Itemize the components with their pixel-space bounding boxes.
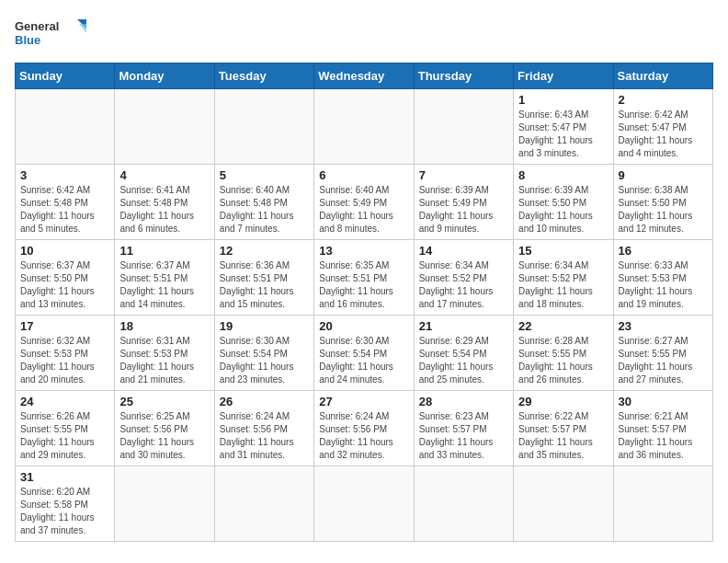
calendar-cell: 30Sunrise: 6:21 AM Sunset: 5:57 PM Dayli… [613,391,712,466]
day-header-tuesday: Tuesday [214,63,313,89]
day-number: 26 [220,395,309,408]
calendar-cell: 13Sunrise: 6:35 AM Sunset: 5:51 PM Dayli… [314,240,414,316]
day-number: 29 [518,395,608,408]
day-info: Sunrise: 6:38 AM Sunset: 5:50 PM Dayligh… [619,184,708,236]
calendar-cell: 1Sunrise: 6:43 AM Sunset: 5:47 PM Daylig… [514,89,613,165]
day-info: Sunrise: 6:28 AM Sunset: 5:55 PM Dayligh… [518,335,608,386]
day-number: 14 [419,244,508,258]
calendar-week-1: 1Sunrise: 6:43 AM Sunset: 5:47 PM Daylig… [16,89,713,165]
calendar-cell [16,89,115,165]
day-number: 24 [20,395,109,408]
day-info: Sunrise: 6:33 AM Sunset: 5:53 PM Dayligh… [619,259,708,311]
day-number: 2 [619,93,708,107]
calendar-cell: 19Sunrise: 6:30 AM Sunset: 5:54 PM Dayli… [214,316,313,391]
calendar-week-5: 24Sunrise: 6:26 AM Sunset: 5:55 PM Dayli… [16,391,713,466]
day-info: Sunrise: 6:22 AM Sunset: 5:57 PM Dayligh… [518,410,608,462]
page-container: General Blue SundayMondayTuesdayWednesda… [15,15,713,542]
calendar-cell: 7Sunrise: 6:39 AM Sunset: 5:49 PM Daylig… [414,165,513,240]
day-header-sunday: Sunday [16,63,115,89]
calendar-cell: 11Sunrise: 6:37 AM Sunset: 5:51 PM Dayli… [115,240,214,316]
day-info: Sunrise: 6:40 AM Sunset: 5:49 PM Dayligh… [319,184,408,236]
day-header-thursday: Thursday [414,63,513,89]
day-number: 28 [419,395,508,408]
calendar-cell: 4Sunrise: 6:41 AM Sunset: 5:48 PM Daylig… [115,165,214,240]
day-number: 12 [220,244,309,258]
logo: General Blue [15,15,88,52]
day-info: Sunrise: 6:25 AM Sunset: 5:56 PM Dayligh… [119,410,209,462]
svg-marker-3 [79,24,86,33]
day-number: 16 [619,244,708,258]
day-number: 11 [119,244,209,258]
day-number: 25 [119,395,209,408]
day-header-saturday: Saturday [613,63,712,89]
calendar-cell: 20Sunrise: 6:30 AM Sunset: 5:54 PM Dayli… [314,316,414,391]
calendar-cell: 22Sunrise: 6:28 AM Sunset: 5:55 PM Dayli… [514,316,613,391]
calendar-cell: 15Sunrise: 6:34 AM Sunset: 5:52 PM Dayli… [514,240,613,316]
calendar-cell: 14Sunrise: 6:34 AM Sunset: 5:52 PM Dayli… [414,240,513,316]
day-header-monday: Monday [115,63,214,89]
calendar-cell [514,466,613,542]
calendar-cell [214,466,313,542]
day-info: Sunrise: 6:42 AM Sunset: 5:48 PM Dayligh… [20,184,109,236]
calendar-cell: 5Sunrise: 6:40 AM Sunset: 5:48 PM Daylig… [214,165,313,240]
day-number: 22 [518,319,608,333]
calendar-cell [414,89,513,165]
day-info: Sunrise: 6:30 AM Sunset: 5:54 PM Dayligh… [220,335,309,386]
day-info: Sunrise: 6:40 AM Sunset: 5:48 PM Dayligh… [220,184,309,236]
header: General Blue [15,15,713,52]
day-info: Sunrise: 6:27 AM Sunset: 5:55 PM Dayligh… [619,335,708,386]
calendar-cell: 24Sunrise: 6:26 AM Sunset: 5:55 PM Dayli… [16,391,115,466]
day-number: 15 [518,244,608,258]
day-header-friday: Friday [514,63,613,89]
day-header-wednesday: Wednesday [314,63,414,89]
calendar-cell [214,89,313,165]
calendar-cell: 2Sunrise: 6:42 AM Sunset: 5:47 PM Daylig… [613,89,712,165]
day-number: 10 [20,244,109,258]
day-info: Sunrise: 6:24 AM Sunset: 5:56 PM Dayligh… [319,410,408,462]
calendar-cell: 12Sunrise: 6:36 AM Sunset: 5:51 PM Dayli… [214,240,313,316]
day-info: Sunrise: 6:43 AM Sunset: 5:47 PM Dayligh… [518,109,608,160]
day-number: 3 [20,168,109,182]
day-info: Sunrise: 6:34 AM Sunset: 5:52 PM Dayligh… [419,259,508,311]
svg-text:Blue: Blue [15,33,40,47]
day-number: 21 [419,319,508,333]
calendar-week-2: 3Sunrise: 6:42 AM Sunset: 5:48 PM Daylig… [16,165,713,240]
calendar-cell [414,466,513,542]
day-number: 8 [518,168,608,182]
day-number: 31 [20,470,109,484]
svg-text:General: General [15,19,59,33]
calendar-cell [314,466,414,542]
day-number: 23 [619,319,708,333]
day-number: 1 [518,93,608,107]
calendar-header-row: SundayMondayTuesdayWednesdayThursdayFrid… [16,63,713,89]
day-info: Sunrise: 6:32 AM Sunset: 5:53 PM Dayligh… [20,335,109,386]
calendar-cell: 29Sunrise: 6:22 AM Sunset: 5:57 PM Dayli… [514,391,613,466]
day-number: 13 [319,244,408,258]
day-info: Sunrise: 6:31 AM Sunset: 5:53 PM Dayligh… [119,335,209,386]
calendar-cell: 26Sunrise: 6:24 AM Sunset: 5:56 PM Dayli… [214,391,313,466]
calendar-cell: 23Sunrise: 6:27 AM Sunset: 5:55 PM Dayli… [613,316,712,391]
calendar-cell: 31Sunrise: 6:20 AM Sunset: 5:58 PM Dayli… [16,466,115,542]
day-number: 9 [619,168,708,182]
logo-svg: General Blue [15,15,88,52]
day-info: Sunrise: 6:37 AM Sunset: 5:50 PM Dayligh… [20,259,109,311]
calendar-cell: 28Sunrise: 6:23 AM Sunset: 5:57 PM Dayli… [414,391,513,466]
calendar-cell: 25Sunrise: 6:25 AM Sunset: 5:56 PM Dayli… [115,391,214,466]
day-info: Sunrise: 6:39 AM Sunset: 5:50 PM Dayligh… [518,184,608,236]
calendar-cell [314,89,414,165]
calendar-cell: 18Sunrise: 6:31 AM Sunset: 5:53 PM Dayli… [115,316,214,391]
day-info: Sunrise: 6:20 AM Sunset: 5:58 PM Dayligh… [20,486,109,537]
day-info: Sunrise: 6:39 AM Sunset: 5:49 PM Dayligh… [419,184,508,236]
calendar-week-6: 31Sunrise: 6:20 AM Sunset: 5:58 PM Dayli… [16,466,713,542]
day-number: 30 [619,395,708,408]
calendar-cell: 6Sunrise: 6:40 AM Sunset: 5:49 PM Daylig… [314,165,414,240]
day-info: Sunrise: 6:24 AM Sunset: 5:56 PM Dayligh… [220,410,309,462]
calendar-cell: 27Sunrise: 6:24 AM Sunset: 5:56 PM Dayli… [314,391,414,466]
calendar-cell: 9Sunrise: 6:38 AM Sunset: 5:50 PM Daylig… [613,165,712,240]
calendar-table: SundayMondayTuesdayWednesdayThursdayFrid… [15,63,713,542]
day-info: Sunrise: 6:41 AM Sunset: 5:48 PM Dayligh… [119,184,209,236]
day-number: 6 [319,168,408,182]
day-info: Sunrise: 6:36 AM Sunset: 5:51 PM Dayligh… [220,259,309,311]
calendar-cell: 3Sunrise: 6:42 AM Sunset: 5:48 PM Daylig… [16,165,115,240]
calendar-week-4: 17Sunrise: 6:32 AM Sunset: 5:53 PM Dayli… [16,316,713,391]
